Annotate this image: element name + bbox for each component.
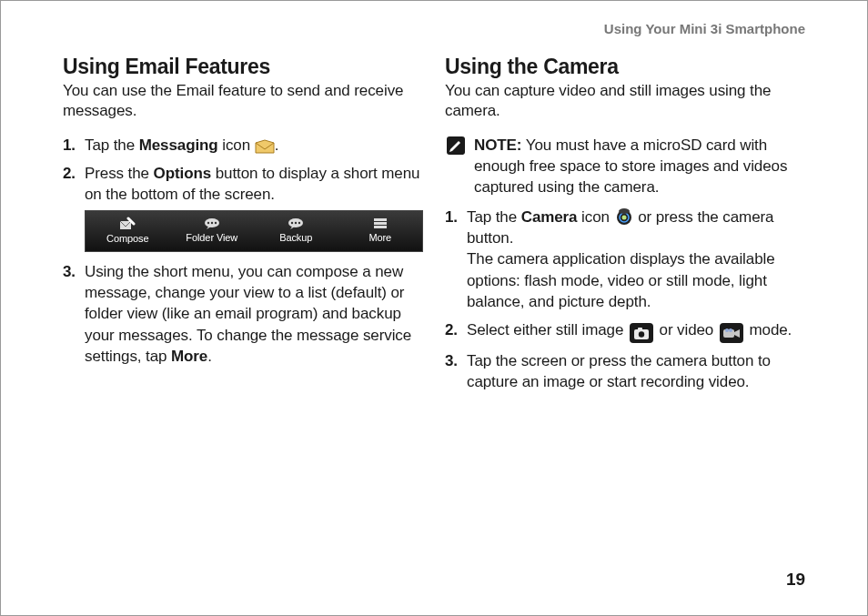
phone-short-menu: Compose Folder View (85, 210, 423, 252)
bold-camera: Camera (521, 208, 578, 226)
camera-step-1: Tap the Camera icon or press the camera … (445, 207, 805, 312)
svg-point-6 (291, 222, 293, 224)
right-column: Using the Camera You can capture video a… (445, 55, 805, 399)
section-heading-email: Using Email Features (63, 55, 423, 79)
text: The camera application displays the avai… (467, 250, 775, 309)
steps-email: Tap the Messaging icon . Press the Optio… (63, 135, 423, 367)
text: icon (218, 136, 255, 154)
still-image-icon (630, 323, 653, 343)
text: or video (655, 321, 718, 338)
svg-rect-10 (374, 222, 387, 225)
phone-menu-label: Folder View (186, 231, 237, 245)
bold-messaging: Messaging (139, 136, 218, 154)
phone-menu-backup: Backup (254, 211, 338, 251)
page-number: 19 (786, 570, 805, 590)
speech-icon (203, 217, 221, 230)
text: You must have a microSD card with enough… (474, 136, 787, 196)
running-header: Using Your Mini 3i Smartphone (63, 21, 805, 36)
phone-menu-more: More (338, 211, 423, 251)
svg-point-4 (215, 222, 217, 224)
section-heading-camera: Using the Camera (445, 55, 805, 79)
camera-step-3: Tap the screen or press the camera butto… (445, 350, 805, 392)
text: icon (577, 208, 613, 226)
svg-point-16 (619, 208, 630, 214)
svg-rect-20 (723, 329, 734, 338)
email-step-1: Tap the Messaging icon . (63, 135, 423, 156)
svg-point-7 (295, 222, 297, 224)
text: Select either still image (467, 321, 628, 338)
svg-point-8 (298, 222, 300, 224)
svg-point-22 (729, 328, 732, 332)
text: . (207, 348, 212, 365)
left-column: Using Email Features You can use the Ema… (63, 55, 423, 399)
svg-rect-11 (374, 226, 387, 228)
text: Tap the (467, 208, 521, 226)
camera-step-2: Select either still image or video (445, 319, 805, 344)
text: Tap the screen or press the camera butto… (467, 352, 771, 390)
text: Using the short menu, you can compose a … (85, 263, 411, 364)
text: Tap the (85, 136, 139, 154)
text: mode. (745, 321, 792, 338)
note-bold: NOTE: (474, 136, 521, 154)
speech-icon (287, 217, 305, 230)
phone-menu-folderview: Folder View (170, 211, 255, 251)
messaging-icon (255, 138, 275, 155)
camera-app-icon (614, 207, 634, 226)
email-step-3: Using the short menu, you can compose a … (63, 261, 423, 367)
phone-menu-label: Backup (279, 231, 312, 245)
bold-options: Options (154, 165, 212, 182)
svg-point-21 (725, 328, 729, 332)
text: . (275, 136, 279, 154)
email-step-2: Press the Options button to display a sh… (63, 163, 423, 252)
note-block: NOTE: You must have a microSD card with … (445, 135, 805, 197)
svg-rect-18 (638, 328, 642, 330)
phone-menu-label: More (368, 231, 391, 245)
compose-icon (119, 217, 136, 231)
svg-point-19 (639, 331, 644, 337)
bold-more: More (171, 348, 207, 365)
section-lead-camera: You can capture video and still images u… (445, 81, 805, 122)
svg-point-15 (621, 216, 626, 220)
note-text: NOTE: You must have a microSD card with … (474, 135, 805, 197)
video-mode-icon (720, 323, 743, 343)
text: Press the (85, 165, 154, 182)
steps-camera: Tap the Camera icon or press the camera … (445, 207, 805, 392)
svg-point-3 (211, 222, 213, 224)
phone-menu-compose: Compose (86, 211, 170, 251)
more-icon (373, 217, 388, 230)
phone-menu-label: Compose (106, 232, 148, 246)
section-lead-email: You can use the Email feature to send an… (63, 81, 423, 122)
pencil-note-icon (445, 135, 467, 157)
svg-rect-9 (374, 218, 387, 221)
svg-point-2 (207, 222, 209, 224)
